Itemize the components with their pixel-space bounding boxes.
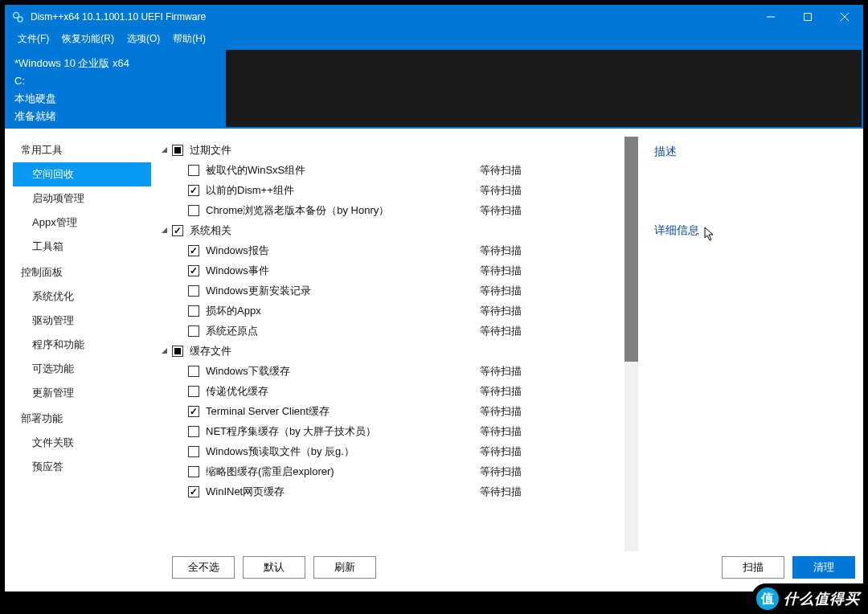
- tree-item-row[interactable]: 传递优化缓存等待扫描: [151, 381, 624, 401]
- select-none-button[interactable]: 全不选: [172, 556, 235, 579]
- item-status: 等待扫描: [464, 304, 624, 318]
- tree-item-row[interactable]: 被取代的WinSxS组件等待扫描: [151, 160, 624, 180]
- sidebar-item[interactable]: 空间回收: [13, 162, 151, 186]
- app-icon: [8, 10, 27, 23]
- titlebar[interactable]: Dism++x64 10.1.1001.10 UEFI Firmware: [5, 5, 863, 29]
- sidebar-item[interactable]: 文件关联: [13, 431, 151, 455]
- sidebar-item[interactable]: 更新管理: [13, 381, 151, 405]
- clean-button[interactable]: 清理: [792, 556, 855, 579]
- item-checkbox[interactable]: [188, 466, 199, 477]
- scrollbar-thumb[interactable]: [624, 137, 638, 362]
- menu-file[interactable]: 文件(F): [11, 29, 55, 48]
- tree-group-row[interactable]: 系统相关: [151, 220, 624, 240]
- item-label: Windows更新安装记录: [206, 284, 464, 298]
- tree-item-row[interactable]: Windows下载缓存等待扫描: [151, 361, 624, 381]
- item-checkbox[interactable]: [188, 446, 199, 457]
- window-title: Dism++x64 10.1.1001.10 UEFI Firmware: [27, 11, 752, 23]
- info-os: *Windows 10 企业版 x64: [14, 55, 216, 72]
- group-checkbox[interactable]: [172, 346, 183, 357]
- item-checkbox[interactable]: [188, 305, 199, 317]
- bottom-bar: 全不选 默认 刷新 扫描 清理: [5, 551, 863, 591]
- item-label: 损坏的Appx: [206, 304, 464, 318]
- tree-group-row[interactable]: 缓存文件: [151, 341, 624, 361]
- item-status: 等待扫描: [464, 465, 624, 479]
- sidebar-item[interactable]: Appx管理: [13, 211, 151, 235]
- group-checkbox[interactable]: [172, 225, 183, 236]
- item-checkbox[interactable]: [188, 486, 199, 497]
- item-label: 传递优化缓存: [206, 384, 464, 399]
- item-status: 等待扫描: [464, 485, 624, 499]
- app-window: Dism++x64 10.1.1001.10 UEFI Firmware 文件(…: [5, 5, 863, 591]
- sidebar-item[interactable]: 驱动管理: [13, 309, 151, 333]
- tree-item-row[interactable]: 损坏的Appx等待扫描: [151, 301, 624, 321]
- item-status: 等待扫描: [464, 203, 624, 218]
- item-checkbox[interactable]: [188, 386, 199, 397]
- item-checkbox[interactable]: [188, 245, 199, 256]
- info-drive: C:: [14, 72, 216, 90]
- menu-options[interactable]: 选项(O): [121, 29, 166, 48]
- group-checkbox[interactable]: [172, 145, 183, 156]
- watermark-text: 什么值得买: [784, 589, 860, 608]
- default-button[interactable]: 默认: [243, 556, 305, 579]
- detail-pane: 描述 详细信息: [638, 137, 855, 551]
- sidebar-item[interactable]: 预应答: [13, 455, 151, 479]
- group-label: 缓存文件: [190, 344, 624, 358]
- info-disk: 本地硬盘: [14, 90, 216, 108]
- tree-item-row[interactable]: 系统还原点等待扫描: [151, 321, 624, 341]
- center-panel: 过期文件被取代的WinSxS组件等待扫描以前的Dism++组件等待扫描Chrom…: [151, 137, 855, 551]
- sidebar-item[interactable]: 程序和功能: [13, 333, 151, 357]
- tree-item-row[interactable]: Terminal Server Client缓存等待扫描: [151, 401, 624, 421]
- sidebar-item[interactable]: 可选功能: [13, 357, 151, 381]
- item-status: 等待扫描: [464, 244, 624, 258]
- tree-item-row[interactable]: 缩略图缓存(需重启explorer)等待扫描: [151, 461, 624, 481]
- sidebar-group[interactable]: 控制面板: [13, 259, 151, 284]
- item-status: 等待扫描: [464, 264, 624, 278]
- sidebar-group[interactable]: 部署功能: [13, 405, 151, 431]
- expander-icon[interactable]: [159, 226, 169, 235]
- tree-item-row[interactable]: NET程序集缓存（by 大胖子技术员）等待扫描: [151, 421, 624, 441]
- sidebar-item[interactable]: 系统优化: [13, 284, 151, 309]
- image-info-dark-panel: [226, 50, 862, 127]
- menu-recovery[interactable]: 恢复功能(R): [55, 29, 121, 48]
- expander-icon[interactable]: [159, 145, 169, 155]
- scan-button[interactable]: 扫描: [722, 556, 784, 579]
- close-button[interactable]: [826, 5, 863, 29]
- sidebar-item[interactable]: 工具箱: [13, 235, 151, 259]
- item-label: Chrome浏览器老版本备份（by Honry）: [206, 203, 464, 218]
- refresh-button[interactable]: 刷新: [313, 556, 376, 579]
- tree-item-row[interactable]: Windows事件等待扫描: [151, 260, 624, 280]
- tree-item-row[interactable]: Chrome浏览器老版本备份（by Honry）等待扫描: [151, 200, 624, 220]
- image-info-text[interactable]: *Windows 10 企业版 x64 C: 本地硬盘 准备就绪: [5, 48, 226, 129]
- tree-wrap: 过期文件被取代的WinSxS组件等待扫描以前的Dism++组件等待扫描Chrom…: [151, 137, 855, 551]
- item-checkbox[interactable]: [188, 165, 199, 176]
- maximize-button[interactable]: [789, 5, 826, 29]
- tree-item-row[interactable]: WinINet网页缓存等待扫描: [151, 481, 624, 501]
- tree-group-row[interactable]: 过期文件: [151, 140, 624, 160]
- tree-item-row[interactable]: Windows更新安装记录等待扫描: [151, 280, 624, 301]
- item-status: 等待扫描: [464, 284, 624, 298]
- item-checkbox[interactable]: [188, 325, 199, 337]
- item-label: Terminal Server Client缓存: [206, 404, 464, 419]
- tree-item-row[interactable]: Windows报告等待扫描: [151, 240, 624, 260]
- group-label: 系统相关: [190, 223, 624, 238]
- item-checkbox[interactable]: [188, 285, 199, 297]
- sidebar-item[interactable]: 启动项管理: [13, 186, 151, 211]
- item-checkbox[interactable]: [188, 406, 199, 417]
- tree-item-row[interactable]: Windows预读取文件（by 辰g.）等待扫描: [151, 441, 624, 461]
- item-checkbox[interactable]: [188, 265, 199, 276]
- cleanup-tree: 过期文件被取代的WinSxS组件等待扫描以前的Dism++组件等待扫描Chrom…: [151, 137, 624, 551]
- menu-help[interactable]: 帮助(H): [166, 29, 212, 48]
- sidebar-group[interactable]: 常用工具: [13, 137, 151, 162]
- minimize-button[interactable]: [752, 5, 789, 29]
- tree-item-row[interactable]: 以前的Dism++组件等待扫描: [151, 180, 624, 200]
- item-checkbox[interactable]: [188, 426, 199, 437]
- main-area: 常用工具空间回收启动项管理Appx管理工具箱控制面板系统优化驱动管理程序和功能可…: [5, 129, 863, 551]
- tree-scrollbar[interactable]: [624, 137, 638, 551]
- svg-point-1: [18, 17, 23, 22]
- item-label: 系统还原点: [206, 324, 464, 338]
- item-checkbox[interactable]: [188, 205, 199, 216]
- expander-icon[interactable]: [159, 346, 169, 356]
- item-label: NET程序集缓存（by 大胖子技术员）: [206, 424, 464, 439]
- item-checkbox[interactable]: [188, 185, 199, 196]
- item-checkbox[interactable]: [188, 366, 199, 377]
